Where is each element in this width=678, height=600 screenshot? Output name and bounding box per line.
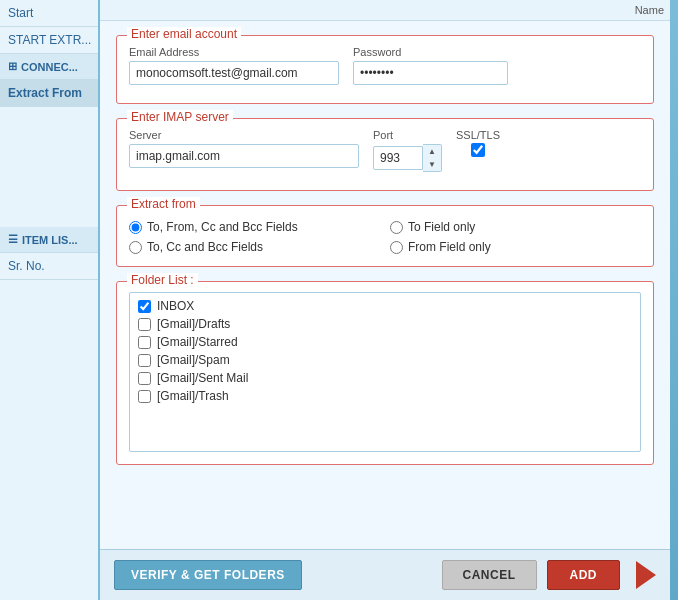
server-input[interactable] <box>129 144 359 168</box>
folder-checkbox-starred[interactable] <box>138 336 151 349</box>
radio-from-field[interactable] <box>390 241 403 254</box>
folder-checkbox-sent[interactable] <box>138 372 151 385</box>
verify-get-folders-button[interactable]: VERIFY & GET FOLDERS <box>114 560 302 590</box>
extract-from-title: Extract from <box>127 197 200 211</box>
sidebar: Start START EXTR... ⊞ CONNEC... Extract … <box>0 0 100 600</box>
folder-list-title: Folder List : <box>127 273 198 287</box>
right-accent-bar <box>670 0 678 600</box>
sidebar-item-extract-from[interactable]: Extract From <box>0 80 98 107</box>
port-input[interactable] <box>373 146 423 170</box>
table-header: Name <box>100 0 670 21</box>
extract-radio-grid: To, From, Cc and Bcc Fields To Field onl… <box>129 220 641 254</box>
folder-item-spam: [Gmail]/Spam <box>138 353 632 367</box>
server-label: Server <box>129 129 359 141</box>
sidebar-item-start-extract[interactable]: START EXTR... <box>0 27 98 54</box>
ssl-col: SSL/TLS <box>456 129 500 172</box>
folder-checkbox-trash[interactable] <box>138 390 151 403</box>
radio-item-to-cc-bcc: To, Cc and Bcc Fields <box>129 240 380 254</box>
password-input[interactable] <box>353 61 508 85</box>
folder-item-inbox: INBOX <box>138 299 632 313</box>
grid-icon: ⊞ <box>8 60 17 73</box>
email-label: Email Address <box>129 46 339 58</box>
port-col: Port ▲ ▼ <box>373 129 442 172</box>
sidebar-item-start[interactable]: Start <box>0 0 98 27</box>
folder-checkbox-spam[interactable] <box>138 354 151 367</box>
password-col: Password <box>353 46 508 85</box>
action-buttons: CANCEL ADD <box>442 560 657 590</box>
form-panel: Enter email account Email Address Passwo… <box>100 21 670 549</box>
port-wrapper: ▲ ▼ <box>373 144 442 172</box>
add-button[interactable]: ADD <box>547 560 621 590</box>
arrow-icon <box>636 561 656 589</box>
main-panel: Name Enter email account Email Address P… <box>100 0 670 600</box>
port-down-button[interactable]: ▼ <box>423 158 441 171</box>
radio-item-from-field: From Field only <box>390 240 641 254</box>
radio-to-cc-bcc[interactable] <box>129 241 142 254</box>
radio-to-field[interactable] <box>390 221 403 234</box>
radio-item-to-field: To Field only <box>390 220 641 234</box>
folder-item-trash: [Gmail]/Trash <box>138 389 632 403</box>
folder-list-section: Folder List : INBOX [Gmail]/Drafts [Gmai… <box>116 281 654 465</box>
radio-all-fields[interactable] <box>129 221 142 234</box>
folder-item-drafts: [Gmail]/Drafts <box>138 317 632 331</box>
list-icon: ☰ <box>8 233 18 246</box>
imap-section: Enter IMAP server Server Port ▲ ▼ <box>116 118 654 191</box>
server-col: Server <box>129 129 359 172</box>
folder-listbox[interactable]: INBOX [Gmail]/Drafts [Gmail]/Starred [Gm… <box>129 292 641 452</box>
sidebar-section-connect[interactable]: ⊞ CONNEC... <box>0 54 98 80</box>
folder-item-sent: [Gmail]/Sent Mail <box>138 371 632 385</box>
email-row: Email Address Password <box>129 46 641 85</box>
sidebar-section-item-list: ☰ ITEM LIS... <box>0 227 98 253</box>
port-label: Port <box>373 129 442 141</box>
folder-checkbox-drafts[interactable] <box>138 318 151 331</box>
folder-item-starred: [Gmail]/Starred <box>138 335 632 349</box>
email-input[interactable] <box>129 61 339 85</box>
folder-checkbox-inbox[interactable] <box>138 300 151 313</box>
radio-item-all-fields: To, From, Cc and Bcc Fields <box>129 220 380 234</box>
imap-row: Server Port ▲ ▼ SSL/TLS <box>129 129 641 172</box>
sidebar-item-sr-no: Sr. No. <box>0 253 98 280</box>
imap-section-title: Enter IMAP server <box>127 110 233 124</box>
password-label: Password <box>353 46 508 58</box>
port-up-button[interactable]: ▲ <box>423 145 441 158</box>
cancel-button[interactable]: CANCEL <box>442 560 537 590</box>
email-col: Email Address <box>129 46 339 85</box>
ssl-checkbox[interactable] <box>471 143 485 157</box>
email-section-title: Enter email account <box>127 27 241 41</box>
email-account-section: Enter email account Email Address Passwo… <box>116 35 654 104</box>
port-spinners: ▲ ▼ <box>423 144 442 172</box>
button-bar: VERIFY & GET FOLDERS CANCEL ADD <box>100 549 670 600</box>
ssl-label: SSL/TLS <box>456 129 500 141</box>
extract-from-section: Extract from To, From, Cc and Bcc Fields… <box>116 205 654 267</box>
